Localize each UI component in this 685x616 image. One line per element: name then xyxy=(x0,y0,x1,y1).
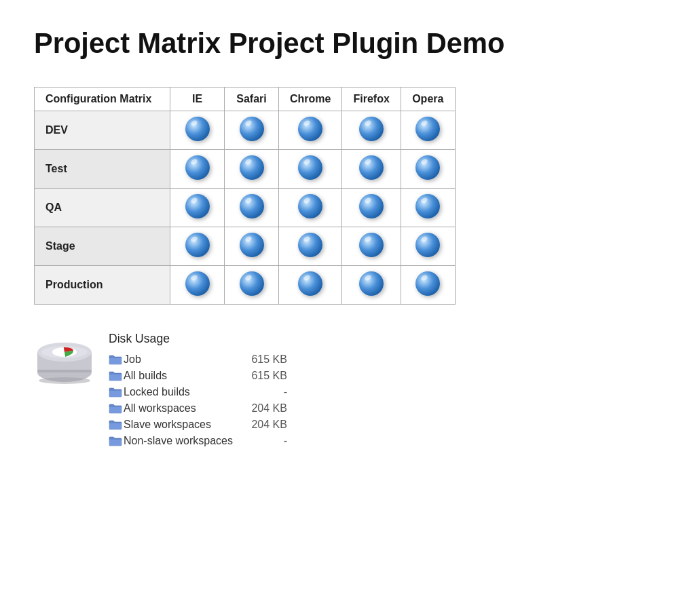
matrix-cell[interactable] xyxy=(225,150,279,189)
disk-usage-row: All workspaces 204 KB xyxy=(109,400,293,417)
blue-ball-icon[interactable] xyxy=(415,271,440,296)
matrix-col-firefox: Firefox xyxy=(342,88,401,111)
matrix-row-label: Test xyxy=(35,150,170,189)
blue-ball-icon[interactable] xyxy=(240,194,264,218)
matrix-cell[interactable] xyxy=(279,111,342,150)
matrix-row-label: Stage xyxy=(35,227,170,266)
blue-ball-icon[interactable] xyxy=(185,194,210,218)
folder-icon xyxy=(109,436,122,446)
blue-ball-icon[interactable] xyxy=(359,155,384,180)
folder-icon xyxy=(109,354,122,365)
matrix-col-ie: IE xyxy=(170,88,225,111)
matrix-cell[interactable] xyxy=(225,227,279,266)
disk-usage-item-value: 615 KB xyxy=(238,351,293,368)
blue-ball-icon[interactable] xyxy=(415,194,440,218)
disk-usage-content: Disk Usage Job 615 KB xyxy=(109,332,651,449)
folder-icon xyxy=(109,419,122,430)
svg-point-6 xyxy=(39,377,90,384)
disk-usage-items-table: Job 615 KB All builds 615 KB xyxy=(109,351,293,449)
blue-ball-icon[interactable] xyxy=(415,233,440,257)
blue-ball-icon[interactable] xyxy=(298,117,322,141)
matrix-cell[interactable] xyxy=(342,111,401,150)
matrix-row: DEV xyxy=(35,111,456,150)
matrix-cell[interactable] xyxy=(225,111,279,150)
matrix-row-label: DEV xyxy=(35,111,170,150)
matrix-cell[interactable] xyxy=(279,150,342,189)
matrix-cell[interactable] xyxy=(170,266,225,305)
disk-usage-item-value: - xyxy=(238,433,293,449)
matrix-header-label: Configuration Matrix xyxy=(35,88,170,111)
disk-icon xyxy=(34,332,95,386)
matrix-col-safari: Safari xyxy=(225,88,279,111)
disk-usage-item-label: All workspaces xyxy=(109,400,238,417)
blue-ball-icon[interactable] xyxy=(298,233,322,257)
disk-usage-title: Disk Usage xyxy=(109,332,651,346)
disk-usage-row: Job 615 KB xyxy=(109,351,293,368)
svg-rect-5 xyxy=(37,370,92,372)
blue-ball-icon[interactable] xyxy=(298,271,322,296)
matrix-cell[interactable] xyxy=(401,266,455,305)
matrix-cell[interactable] xyxy=(401,111,455,150)
disk-usage-item-label: Job xyxy=(109,351,238,368)
disk-usage-row: All builds 615 KB xyxy=(109,368,293,384)
disk-usage-item-value: 204 KB xyxy=(238,400,293,417)
blue-ball-icon[interactable] xyxy=(185,271,210,296)
blue-ball-icon[interactable] xyxy=(298,194,322,218)
disk-usage-item-label: Non-slave workspaces xyxy=(109,433,238,449)
matrix-cell[interactable] xyxy=(401,227,455,266)
disk-usage-item-label: Locked builds xyxy=(109,384,238,400)
page-title: Project Matrix Project Plugin Demo xyxy=(34,27,651,60)
matrix-row: Test xyxy=(35,150,456,189)
matrix-row: QA xyxy=(35,189,456,227)
matrix-cell[interactable] xyxy=(170,150,225,189)
blue-ball-icon[interactable] xyxy=(359,233,384,257)
disk-usage-row: Slave workspaces 204 KB xyxy=(109,417,293,433)
blue-ball-icon[interactable] xyxy=(240,233,264,257)
disk-usage-item-value: 204 KB xyxy=(238,417,293,433)
matrix-cell[interactable] xyxy=(279,227,342,266)
matrix-cell[interactable] xyxy=(401,150,455,189)
matrix-row-label: Production xyxy=(35,266,170,305)
matrix-cell[interactable] xyxy=(342,266,401,305)
blue-ball-icon[interactable] xyxy=(185,233,210,257)
blue-ball-icon[interactable] xyxy=(359,117,384,141)
blue-ball-icon[interactable] xyxy=(185,155,210,180)
matrix-cell[interactable] xyxy=(170,189,225,227)
matrix-cell[interactable] xyxy=(170,111,225,150)
blue-ball-icon[interactable] xyxy=(240,155,264,180)
matrix-col-opera: Opera xyxy=(401,88,455,111)
blue-ball-icon[interactable] xyxy=(240,117,264,141)
matrix-cell[interactable] xyxy=(342,150,401,189)
matrix-row: Stage xyxy=(35,227,456,266)
matrix-cell[interactable] xyxy=(401,189,455,227)
disk-usage-item-value: 615 KB xyxy=(238,368,293,384)
disk-usage-row: Locked builds - xyxy=(109,384,293,400)
matrix-cell[interactable] xyxy=(342,227,401,266)
blue-ball-icon[interactable] xyxy=(415,117,440,141)
disk-usage-section: Disk Usage Job 615 KB xyxy=(34,332,651,449)
blue-ball-icon[interactable] xyxy=(240,271,264,296)
folder-icon xyxy=(109,387,122,398)
matrix-cell[interactable] xyxy=(225,266,279,305)
matrix-cell[interactable] xyxy=(225,189,279,227)
matrix-cell[interactable] xyxy=(170,227,225,266)
disk-usage-row: Non-slave workspaces - xyxy=(109,433,293,449)
matrix-col-chrome: Chrome xyxy=(279,88,342,111)
disk-usage-item-value: - xyxy=(238,384,293,400)
matrix-cell[interactable] xyxy=(279,189,342,227)
matrix-row: Production xyxy=(35,266,456,305)
blue-ball-icon[interactable] xyxy=(185,117,210,141)
matrix-row-label: QA xyxy=(35,189,170,227)
disk-usage-item-label: All builds xyxy=(109,368,238,384)
configuration-matrix-table: Configuration Matrix IE Safari Chrome Fi… xyxy=(34,87,456,305)
matrix-cell[interactable] xyxy=(279,266,342,305)
disk-usage-item-label: Slave workspaces xyxy=(109,417,238,433)
blue-ball-icon[interactable] xyxy=(359,271,384,296)
matrix-cell[interactable] xyxy=(342,189,401,227)
blue-ball-icon[interactable] xyxy=(359,194,384,218)
blue-ball-icon[interactable] xyxy=(415,155,440,180)
blue-ball-icon[interactable] xyxy=(298,155,322,180)
folder-icon xyxy=(109,403,122,414)
folder-icon xyxy=(109,370,122,381)
